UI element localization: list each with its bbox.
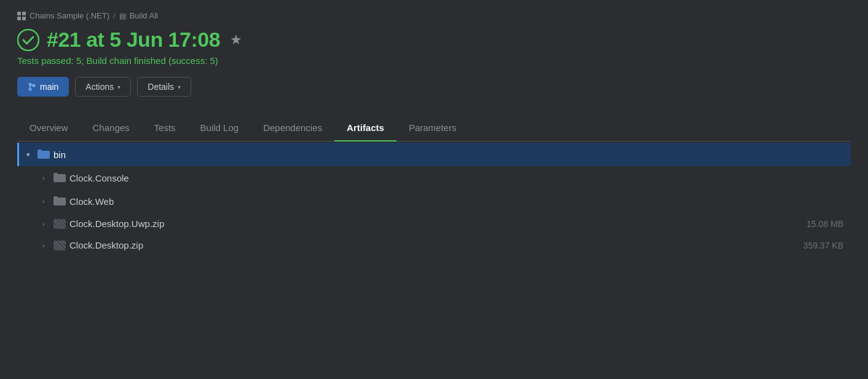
branch-button[interactable]: main <box>17 77 69 97</box>
actions-row: main Actions ▾ Details ▾ <box>17 77 851 97</box>
zip-icon <box>53 219 66 229</box>
branch-icon <box>28 82 36 91</box>
tree-chevron: ▾ <box>26 151 34 159</box>
tree-item-clock-desktop-zip[interactable]: ›Clock.Desktop.zip359.37 KB <box>17 234 851 256</box>
svg-rect-9 <box>53 173 58 175</box>
tree-item-size: 359.37 KB <box>803 241 843 250</box>
folder-icon <box>53 195 66 205</box>
tree-chevron: › <box>42 242 50 249</box>
tree-item-bin[interactable]: ▾ bin <box>17 143 851 166</box>
tab-dependencies[interactable]: Dependencies <box>251 116 334 142</box>
details-chevron: ▾ <box>178 84 181 90</box>
tab-bar: OverviewChangesTestsBuild LogDependencie… <box>17 116 851 142</box>
build-icon: ▤ <box>119 12 126 20</box>
breadcrumb: Chains Sample (.NET) / ▤ Build All <box>17 11 851 20</box>
tree-chevron: › <box>42 174 50 182</box>
project-link[interactable]: Chains Sample (.NET) <box>30 11 109 20</box>
folder-icon <box>37 148 50 159</box>
svg-rect-12 <box>53 196 58 199</box>
tab-overview[interactable]: Overview <box>17 116 81 142</box>
build-number: #21 at 5 Jun 17:08 <box>47 28 220 52</box>
svg-point-0 <box>18 30 39 50</box>
actions-chevron: ▾ <box>117 84 120 90</box>
tree-item-name: Clock.Desktop.Uwp.zip <box>69 218 797 229</box>
title-row: #21 at 5 Jun 17:08 ★ <box>17 28 851 52</box>
status-text: Tests passed: 5; Build chain finished (s… <box>17 55 851 66</box>
tab-tests[interactable]: Tests <box>142 116 188 142</box>
breadcrumb-separator: / <box>113 11 116 20</box>
file-tree: ▾ bin› Clock.Console› Clock.Web›Clock.De… <box>17 143 851 256</box>
tab-build-log[interactable]: Build Log <box>188 116 251 142</box>
branch-label: main <box>40 82 58 92</box>
tree-item-name: Clock.Desktop.zip <box>69 240 794 250</box>
details-button[interactable]: Details ▾ <box>137 77 191 97</box>
tree-item-size: 15.08 MB <box>807 219 843 229</box>
tree-item-clock-console[interactable]: › Clock.Console <box>17 166 851 190</box>
actions-label: Actions <box>85 82 114 92</box>
tree-item-name: Clock.Console <box>69 173 843 183</box>
project-icon <box>17 12 26 20</box>
check-circle-icon <box>17 29 39 51</box>
tree-item-clock-desktop-uwp-zip[interactable]: ›Clock.Desktop.Uwp.zip15.08 MB <box>17 213 851 234</box>
tab-changes[interactable]: Changes <box>81 116 142 142</box>
tree-item-name: Clock.Web <box>69 196 843 207</box>
folder-icon <box>53 172 66 182</box>
star-icon[interactable]: ★ <box>230 32 242 48</box>
details-label: Details <box>148 82 174 92</box>
svg-rect-6 <box>37 150 42 152</box>
tree-chevron: › <box>42 220 50 228</box>
tree-item-clock-web[interactable]: › Clock.Web <box>17 190 851 213</box>
build-link[interactable]: Build All <box>130 11 158 20</box>
tab-artifacts[interactable]: Artifacts <box>334 116 397 142</box>
tree-chevron: › <box>42 197 50 205</box>
tab-parameters[interactable]: Parameters <box>397 116 469 142</box>
tree-item-name: bin <box>53 150 843 160</box>
actions-button[interactable]: Actions ▾ <box>75 77 131 97</box>
zip-icon <box>53 241 66 250</box>
